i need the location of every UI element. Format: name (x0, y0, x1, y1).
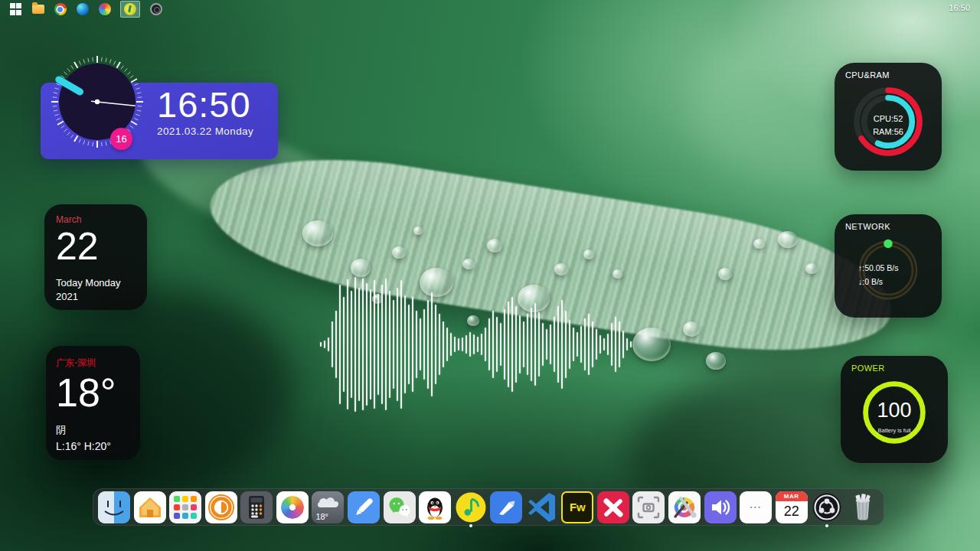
hour-badge: 16 (110, 128, 132, 150)
dock-volume[interactable] (704, 491, 737, 523)
network-download: ↓:0 B/s (858, 276, 918, 289)
dock-trash[interactable] (847, 491, 879, 523)
dock-fireworks[interactable]: Fw (561, 491, 593, 523)
dock-home[interactable] (134, 491, 166, 523)
water-droplet (632, 328, 671, 361)
network-widget[interactable]: NETWORK ↑:50.05 B/s ↓:0 B/s (835, 214, 942, 318)
dock-xmind[interactable] (597, 491, 629, 523)
weather-widget[interactable]: 广东-深圳 18° 阴 L:16° H:20° (46, 346, 140, 460)
dock-toolbox[interactable] (668, 491, 701, 523)
taskbar: 16:50 (0, 0, 980, 18)
chrome-icon[interactable] (54, 3, 67, 16)
dock-weather[interactable]: 18° (312, 491, 344, 523)
trash-icon (847, 491, 879, 523)
dock-media-disc[interactable] (205, 491, 237, 523)
audio-visualizer (320, 273, 637, 416)
weather-temperature: 18° (56, 372, 140, 414)
dock-qq-music[interactable] (455, 491, 487, 523)
power-status: Battery is full (877, 426, 911, 435)
clock-center-dot (95, 99, 100, 104)
calendar-year-line: 2021 (56, 291, 147, 302)
edge-icon[interactable] (76, 3, 89, 16)
dock-screenshot[interactable] (632, 491, 665, 523)
water-droplet (302, 220, 333, 246)
cpu-value: CPU:52 (873, 112, 903, 126)
ram-value: RAM:56 (873, 126, 903, 139)
calendar-icon-day: 22 (784, 501, 799, 522)
dock-finder[interactable] (98, 491, 130, 523)
power-value: 100 (877, 395, 911, 426)
obs-icon (811, 491, 843, 523)
water-droplet (805, 263, 818, 274)
screenshot-icon (632, 491, 665, 523)
calendar-month: March (56, 214, 147, 225)
finder-icon (98, 491, 130, 523)
water-droplet (683, 321, 700, 337)
more-dots: ··· (750, 501, 762, 513)
active-widget-app-icon[interactable] (120, 1, 140, 18)
media-disc-icon (205, 491, 237, 523)
power-widget[interactable]: POWER 100 Battery is full (841, 356, 948, 463)
start-icon[interactable] (9, 3, 22, 16)
notes-pencil-icon (348, 491, 380, 523)
taskbar-clock: 16:50 (949, 3, 970, 12)
volume-icon (704, 491, 737, 523)
calculator-icon (240, 491, 273, 523)
colors-app-icon[interactable] (98, 3, 111, 16)
cloud-icon (317, 497, 338, 507)
calendar-icon: MAR 22 (776, 491, 808, 523)
file-explorer-icon[interactable] (31, 3, 44, 16)
toolbox-icon (668, 491, 701, 523)
launchpad-icon (169, 491, 201, 523)
water-droplet (413, 227, 423, 235)
weather-location: 广东-深圳 (56, 357, 140, 370)
digital-time: 16:50 (157, 85, 253, 125)
wechat-icon (384, 491, 416, 523)
qq-music-icon (455, 491, 487, 523)
dock-qq[interactable] (419, 491, 451, 523)
dock-more[interactable]: ··· (740, 491, 772, 523)
vscode-icon (526, 491, 558, 523)
dock-photos[interactable] (276, 491, 309, 523)
home-icon (134, 491, 166, 523)
dock-notes[interactable] (348, 491, 380, 523)
water-droplet (753, 239, 765, 249)
dock-launchpad[interactable] (169, 491, 201, 523)
weather-icon-temp: 18° (315, 512, 328, 521)
water-droplet (392, 246, 406, 259)
more-icon: ··· (740, 491, 772, 523)
digital-date: 2021.03.22 Monday (157, 126, 253, 137)
weather-range: L:16° H:20° (56, 440, 140, 452)
weather-condition: 阴 (56, 423, 140, 437)
docs-pen-icon (490, 491, 522, 523)
dock-calculator[interactable] (240, 491, 273, 523)
xmind-icon (597, 491, 629, 523)
dock-docs-pen[interactable] (490, 491, 522, 523)
water-droplet (778, 231, 798, 248)
water-droplet (583, 249, 594, 259)
recorder-icon[interactable] (149, 3, 162, 16)
weather-icon: 18° (312, 491, 344, 523)
calendar-day: 22 (56, 227, 147, 267)
dock-wechat[interactable] (384, 491, 416, 523)
cpu-ram-widget[interactable]: CPU&RAM CPU:52 RAM:56 (835, 63, 942, 171)
dock: 18° (93, 488, 884, 526)
qq-icon (419, 491, 451, 523)
running-indicator (825, 524, 828, 527)
water-droplet (487, 239, 502, 253)
dock-calendar[interactable]: MAR 22 (776, 491, 808, 523)
running-indicator (469, 524, 472, 527)
fireworks-label: Fw (570, 500, 586, 514)
calendar-icon-month: MAR (776, 491, 808, 501)
network-upload: ↑:50.05 B/s (858, 262, 918, 276)
water-droplet (462, 259, 475, 269)
calendar-today-line: Today Monday (56, 277, 147, 289)
fireworks-icon: Fw (561, 491, 593, 523)
photos-icon (276, 491, 309, 523)
water-droplet (718, 268, 732, 280)
water-droplet (706, 352, 726, 370)
dock-obs[interactable] (811, 491, 843, 523)
calendar-widget[interactable]: March 22 Today Monday 2021 (44, 204, 147, 310)
dock-vscode[interactable] (526, 491, 558, 523)
